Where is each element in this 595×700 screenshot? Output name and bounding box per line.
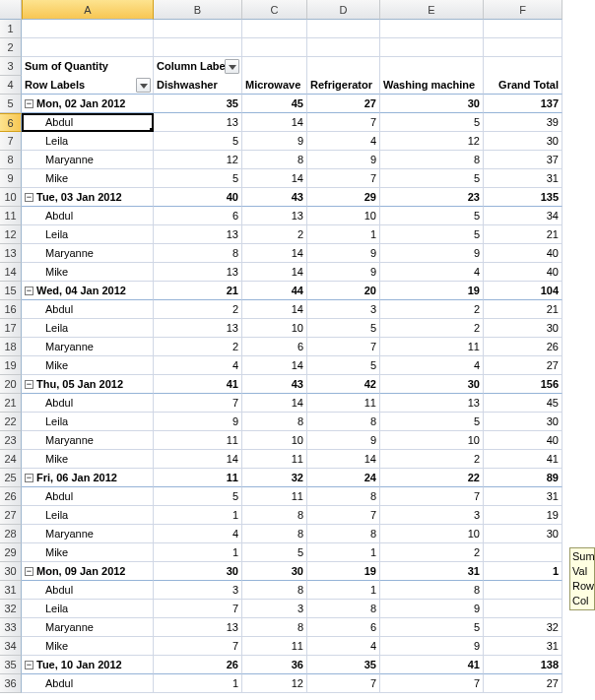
column-header-D[interactable]: D xyxy=(307,0,380,20)
pivot-item-value[interactable]: 27 xyxy=(484,356,562,375)
pivot-group-row[interactable]: −Fri, 06 Jan 2012 xyxy=(22,469,154,487)
pivot-group-value[interactable]: 156 xyxy=(484,375,562,394)
pivot-item-value[interactable]: 8 xyxy=(154,244,242,263)
row-header[interactable]: 14 xyxy=(0,263,22,282)
pivot-item-value[interactable]: 14 xyxy=(154,450,242,469)
pivot-item-value[interactable]: 1 xyxy=(307,543,380,562)
pivot-item-value[interactable]: 5 xyxy=(380,207,484,225)
empty-cell[interactable] xyxy=(307,20,380,38)
pivot-item-value[interactable]: 11 xyxy=(242,487,307,506)
pivot-item-value[interactable]: 7 xyxy=(307,169,380,188)
pivot-group-row[interactable]: −Mon, 09 Jan 2012 xyxy=(22,562,154,581)
pivot-group-value[interactable]: 30 xyxy=(380,95,484,113)
row-header[interactable]: 11 xyxy=(0,207,22,225)
pivot-item-value[interactable]: 2 xyxy=(380,300,484,319)
row-header[interactable]: 16 xyxy=(0,300,22,319)
pivot-item-value[interactable]: 10 xyxy=(307,207,380,225)
pivot-item-value[interactable] xyxy=(484,581,562,600)
pivot-item-value[interactable]: 21 xyxy=(484,300,562,319)
pivot-item-row[interactable]: Leila xyxy=(22,600,154,618)
pivot-col-field[interactable]: Microwave xyxy=(242,76,307,95)
pivot-item-value[interactable]: 5 xyxy=(380,225,484,244)
pivot-item-value[interactable]: 30 xyxy=(484,319,562,338)
pivot-item-row[interactable]: Abdul xyxy=(22,581,154,600)
pivot-item-value[interactable]: 6 xyxy=(242,338,307,356)
pivot-item-row[interactable]: Abdul xyxy=(22,300,154,319)
pivot-group-value[interactable]: 135 xyxy=(484,188,562,207)
pivot-col-field[interactable]: Grand Total xyxy=(484,76,562,95)
pivot-group-value[interactable]: 1 xyxy=(484,562,562,581)
pivot-group-value[interactable]: 30 xyxy=(380,375,484,394)
row-header[interactable]: 9 xyxy=(0,169,22,188)
pivot-group-value[interactable]: 26 xyxy=(154,656,242,674)
empty-cell[interactable] xyxy=(242,57,307,76)
pivot-item-value[interactable]: 30 xyxy=(484,525,562,543)
pivot-item-value[interactable]: 8 xyxy=(307,487,380,506)
pivot-item-value[interactable]: 8 xyxy=(380,151,484,169)
row-header[interactable]: 25 xyxy=(0,469,22,487)
pivot-item-value[interactable]: 3 xyxy=(307,300,380,319)
row-header[interactable]: 27 xyxy=(0,506,22,525)
pivot-item-value[interactable]: 11 xyxy=(307,394,380,413)
column-header-F[interactable]: F xyxy=(484,0,562,20)
pivot-group-row[interactable]: −Mon, 02 Jan 2012 xyxy=(22,95,154,113)
pivot-group-value[interactable]: 35 xyxy=(154,95,242,113)
empty-cell[interactable] xyxy=(22,20,154,38)
pivot-group-value[interactable]: 41 xyxy=(380,656,484,674)
pivot-group-value[interactable]: 31 xyxy=(380,562,484,581)
pivot-item-value[interactable]: 1 xyxy=(307,225,380,244)
pivot-group-value[interactable]: 41 xyxy=(154,375,242,394)
pivot-item-value[interactable]: 8 xyxy=(242,618,307,637)
collapse-icon[interactable]: − xyxy=(25,567,33,576)
pivot-item-value[interactable]: 14 xyxy=(242,113,307,132)
pivot-item-value[interactable]: 31 xyxy=(484,169,562,188)
row-header[interactable]: 30 xyxy=(0,562,22,581)
pivot-item-value[interactable]: 7 xyxy=(154,600,242,618)
pivot-item-value[interactable]: 9 xyxy=(307,431,380,450)
pivot-item-value[interactable]: 9 xyxy=(380,600,484,618)
pivot-item-value[interactable]: 13 xyxy=(242,207,307,225)
row-header[interactable]: 23 xyxy=(0,431,22,450)
pivot-item-row[interactable]: Abdul xyxy=(22,207,154,225)
pivot-item-row[interactable]: Leila xyxy=(22,225,154,244)
collapse-icon[interactable]: − xyxy=(25,286,33,295)
pivot-item-value[interactable]: 5 xyxy=(154,487,242,506)
row-header[interactable]: 2 xyxy=(0,38,22,57)
pivot-item-value[interactable]: 9 xyxy=(307,151,380,169)
pivot-item-value[interactable]: 4 xyxy=(154,356,242,375)
pivot-item-value[interactable]: 4 xyxy=(307,637,380,656)
pivot-col-field[interactable]: Refrigerator xyxy=(307,76,380,95)
pivot-item-value[interactable]: 8 xyxy=(307,525,380,543)
pivot-item-value[interactable]: 41 xyxy=(484,450,562,469)
pivot-item-value[interactable]: 32 xyxy=(484,618,562,637)
pivot-item-value[interactable]: 5 xyxy=(380,113,484,132)
pivot-item-value[interactable]: 5 xyxy=(380,618,484,637)
pivot-item-value[interactable]: 7 xyxy=(307,113,380,132)
pivot-item-row[interactable]: Abdul xyxy=(22,394,154,413)
column-header-B[interactable]: B xyxy=(154,0,242,20)
pivot-group-row[interactable]: −Thu, 05 Jan 2012 xyxy=(22,375,154,394)
pivot-item-value[interactable]: 5 xyxy=(380,169,484,188)
pivot-item-value[interactable]: 2 xyxy=(242,225,307,244)
empty-cell[interactable] xyxy=(242,20,307,38)
row-header[interactable]: 3 xyxy=(0,57,22,76)
column-header-E[interactable]: E xyxy=(380,0,484,20)
pivot-item-value[interactable]: 40 xyxy=(484,244,562,263)
pivot-item-value[interactable]: 2 xyxy=(154,338,242,356)
empty-cell[interactable] xyxy=(154,20,242,38)
pivot-item-value[interactable]: 13 xyxy=(154,263,242,282)
pivot-item-value[interactable]: 2 xyxy=(380,450,484,469)
pivot-item-row[interactable]: Maryanne xyxy=(22,338,154,356)
collapse-icon[interactable]: − xyxy=(25,193,33,202)
pivot-item-row[interactable]: Abdul xyxy=(22,674,154,693)
pivot-item-value[interactable]: 5 xyxy=(380,413,484,431)
pivot-item-value[interactable]: 45 xyxy=(484,394,562,413)
pivot-item-value[interactable]: 3 xyxy=(242,600,307,618)
empty-cell[interactable] xyxy=(484,38,562,57)
pivot-group-value[interactable]: 45 xyxy=(242,95,307,113)
pivot-item-row[interactable]: Abdul xyxy=(22,113,154,132)
pivot-item-value[interactable]: 4 xyxy=(154,525,242,543)
pivot-item-row[interactable]: Leila xyxy=(22,506,154,525)
pivot-group-value[interactable]: 29 xyxy=(307,188,380,207)
pivot-item-value[interactable]: 7 xyxy=(380,487,484,506)
